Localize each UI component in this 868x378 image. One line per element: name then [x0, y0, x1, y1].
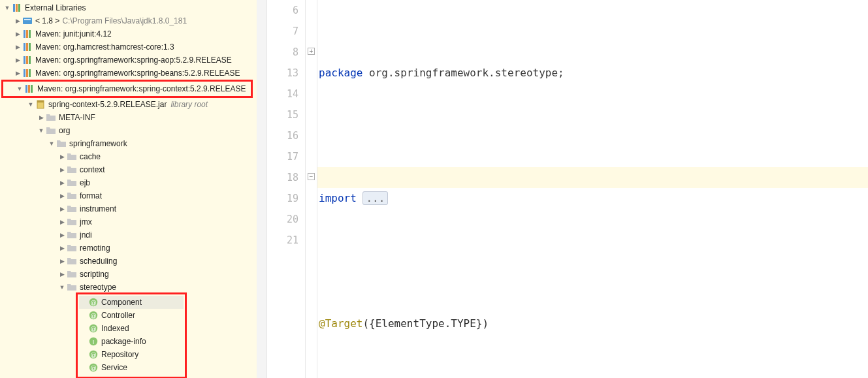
chevron-right-icon[interactable] [57, 163, 67, 176]
chevron-right-icon[interactable] [13, 14, 22, 27]
tree-maven-junit[interactable]: Maven: junit:junit:4.12 [0, 27, 257, 40]
tree-label: Maven: org.springframework:spring-contex… [37, 82, 246, 95]
tree-label: scheduling [80, 255, 117, 268]
tree-pkg-context[interactable]: context [0, 163, 257, 176]
annotation: @Target [319, 317, 362, 330]
svg-rect-16 [29, 69, 31, 77]
chevron-down-icon[interactable] [57, 281, 67, 294]
folder-icon [46, 112, 56, 123]
chevron-right-icon[interactable] [13, 54, 22, 67]
tree-pkg-org[interactable]: org [0, 124, 257, 137]
folder-icon [67, 243, 77, 253]
tree-scrollbar[interactable] [257, 0, 266, 378]
chevron-right-icon[interactable] [37, 111, 46, 124]
fold-collapse-icon[interactable]: − [308, 173, 315, 180]
folder-icon [67, 151, 77, 162]
tree-label: ejb [80, 176, 90, 189]
chevron-down-icon[interactable] [3, 1, 12, 14]
keyword: package [319, 67, 362, 79]
tree-class-component[interactable]: @Component [79, 296, 184, 309]
chevron-right-icon[interactable] [13, 40, 22, 54]
tree-maven-aop[interactable]: Maven: org.springframework:spring-aop:5.… [0, 54, 257, 67]
tree-class-controller[interactable]: @Controller [79, 309, 184, 322]
chevron-right-icon[interactable] [57, 255, 67, 268]
tree-maven-hamcrest[interactable]: Maven: org.hamcrest:hamcrest-core:1.3 [0, 40, 257, 54]
tree-label: < 1.8 > [35, 14, 59, 27]
tree-label: Maven: org.springframework:spring-beans:… [35, 67, 240, 80]
tree-pkg-ejb[interactable]: ejb [0, 176, 257, 189]
svg-text:@: @ [90, 300, 96, 306]
tree-class-repository[interactable]: @Repository [79, 348, 184, 361]
tree-label: instrument [80, 202, 116, 215]
tree-label: spring-context-5.2.9.RELEASE.jar [48, 98, 167, 111]
tree-label: format [80, 189, 102, 202]
folder-icon [67, 230, 77, 240]
editor-content[interactable]: package org.springframework.stereotype; … [317, 0, 868, 378]
svg-rect-2 [18, 4, 20, 12]
library-icon [22, 55, 33, 65]
chevron-right-icon[interactable] [57, 202, 67, 215]
highlight-context-lib: Maven: org.springframework:spring-contex… [1, 80, 253, 98]
tree-pkg-stereotype[interactable]: stereotype [0, 281, 257, 294]
tree-class-service[interactable]: @Service [79, 361, 184, 374]
fold-expand-icon[interactable]: + [308, 48, 315, 55]
chevron-down-icon[interactable] [26, 98, 35, 111]
tree-pkg-scheduling[interactable]: scheduling [0, 255, 257, 268]
annotation-class-icon: @ [88, 323, 99, 334]
tree-root-external-libraries[interactable]: External Libraries [0, 1, 257, 14]
chevron-down-icon[interactable] [37, 124, 46, 137]
tree-label: Maven: org.hamcrest:hamcrest-core:1.3 [35, 40, 174, 54]
svg-rect-5 [24, 30, 25, 38]
annotation-class-icon: @ [88, 362, 99, 373]
chevron-right-icon[interactable] [13, 27, 22, 40]
line-number: 18 [266, 167, 298, 188]
tree-label: jndi [80, 228, 92, 242]
tree-maven-context[interactable]: Maven: org.springframework:spring-contex… [1, 80, 253, 98]
line-number: 13 [266, 63, 298, 84]
tree-pkg-instrument[interactable]: instrument [0, 202, 257, 215]
chevron-down-icon[interactable] [47, 137, 56, 150]
tree-pkg-remoting[interactable]: remoting [0, 242, 257, 255]
tree-label: Maven: junit:junit:4.12 [35, 27, 112, 40]
chevron-right-icon[interactable] [57, 268, 67, 281]
tree-label: External Libraries [25, 1, 86, 14]
chevron-right-icon[interactable] [57, 228, 67, 242]
svg-text:@: @ [90, 313, 96, 319]
chevron-down-icon[interactable] [15, 82, 24, 95]
tree-label: Controller [101, 309, 135, 322]
editor-fold-column[interactable]: + − [306, 0, 317, 378]
svg-text:@: @ [90, 352, 96, 358]
tree-label: META-INF [59, 111, 95, 124]
tree-class-indexed[interactable]: @Indexed [79, 322, 184, 335]
library-icon [24, 84, 35, 94]
tree-label: springframework [69, 137, 127, 150]
chevron-right-icon[interactable] [57, 215, 67, 228]
tree-maven-beans[interactable]: Maven: org.springframework:spring-beans:… [0, 67, 257, 80]
chevron-right-icon[interactable] [57, 150, 67, 163]
svg-rect-8 [24, 43, 25, 51]
tree-class-package-info[interactable]: Ipackage-info [79, 335, 184, 348]
chevron-right-icon[interactable] [57, 189, 67, 202]
annotation-class-icon: @ [88, 349, 99, 360]
tree-pkg-springframework[interactable]: springframework [0, 137, 257, 150]
tree-pkg-jmx[interactable]: jmx [0, 215, 257, 228]
project-tree: External Libraries < 1.8 > C:\Program Fi… [0, 0, 257, 378]
tree-label: jmx [80, 215, 92, 228]
folded-imports[interactable]: ... [362, 191, 388, 205]
folder-icon [56, 138, 67, 149]
tree-pkg-cache[interactable]: cache [0, 150, 257, 163]
chevron-right-icon[interactable] [57, 242, 67, 255]
line-number: 19 [266, 188, 298, 209]
tree-folder-metainf[interactable]: META-INF [0, 111, 257, 124]
svg-rect-1 [16, 4, 18, 12]
highlight-stereotype-classes: @Component@Controller@IndexedIpackage-in… [76, 292, 187, 378]
chevron-right-icon[interactable] [57, 176, 67, 189]
folder-icon [67, 178, 77, 188]
tree-pkg-format[interactable]: format [0, 189, 257, 202]
tree-jar-spring-context[interactable]: spring-context-5.2.9.RELEASE.jar library… [0, 98, 257, 111]
tree-pkg-jndi[interactable]: jndi [0, 228, 257, 242]
chevron-right-icon[interactable] [13, 67, 22, 80]
tree-jdk[interactable]: < 1.8 > C:\Program Files\Java\jdk1.8.0_1… [0, 14, 257, 27]
line-number: 16 [266, 125, 298, 146]
tree-pkg-scripting[interactable]: scripting [0, 268, 257, 281]
